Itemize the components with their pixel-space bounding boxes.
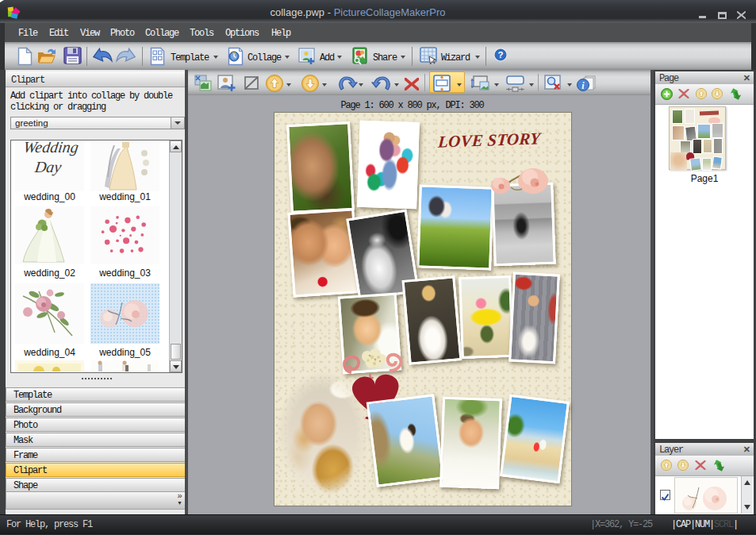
svg-text:?: ? [497,50,503,60]
